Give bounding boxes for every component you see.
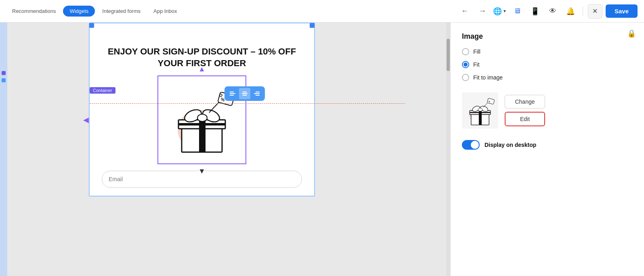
- right-panel: 🔒 Image Fill Fit Fit to image: [450, 23, 644, 276]
- align-left-button[interactable]: [227, 88, 238, 99]
- svg-rect-12: [230, 92, 234, 92]
- svg-rect-14: [230, 95, 234, 96]
- svg-rect-18: [256, 92, 260, 92]
- redo-button[interactable]: →: [475, 4, 490, 19]
- top-toolbar: Recommendations Widgets Integrated forms…: [0, 0, 644, 23]
- handle-top-left[interactable]: [89, 23, 94, 28]
- desktop-view-button[interactable]: 🖥: [510, 4, 524, 19]
- left-accent-bar: [0, 23, 7, 276]
- radio-fit-label: Fit: [473, 61, 480, 68]
- svg-rect-25: [470, 112, 491, 113]
- radio-fit-to-image[interactable]: Fit to image: [462, 74, 633, 81]
- caret-down-icon: ▼: [503, 9, 507, 13]
- svg-point-28: [478, 108, 482, 111]
- scrollbar-thumb[interactable]: [447, 39, 450, 71]
- action-buttons: Change Edit: [505, 95, 545, 126]
- svg-rect-19: [254, 93, 260, 94]
- globe-icon: 🌐: [493, 7, 502, 16]
- edit-button[interactable]: Edit: [505, 112, 545, 126]
- radio-fit-to-image-circle[interactable]: [462, 74, 469, 81]
- toggle-knob: [471, 141, 479, 149]
- radio-fit[interactable]: Fit: [462, 61, 633, 68]
- arrow-up-handle[interactable]: ▲: [198, 65, 206, 73]
- save-button[interactable]: Save: [606, 4, 638, 18]
- svg-rect-17: [243, 95, 247, 96]
- svg-rect-13: [230, 93, 235, 94]
- arrow-left-handle[interactable]: ◀: [83, 115, 89, 124]
- close-button[interactable]: ✕: [588, 4, 602, 19]
- notifications-button[interactable]: 🔔: [563, 4, 578, 19]
- container-label: Container: [90, 87, 115, 94]
- radio-fit-to-image-label: Fit to image: [473, 74, 503, 81]
- image-sizing-radio-group: Fill Fit Fit to image: [462, 48, 633, 81]
- svg-rect-4: [178, 123, 225, 125]
- main-area: Container ENJOY OUR SIGN-UP DISCOUNT – 1…: [0, 23, 644, 276]
- svg-rect-20: [256, 95, 260, 96]
- widget-container[interactable]: ENJOY OUR SIGN-UP DISCOUNT – 10% OFF YOU…: [89, 23, 315, 197]
- change-button[interactable]: Change: [505, 95, 545, 109]
- toolbar-actions: ← → 🌐 ▼ 🖥 📱 👁 🔔 ✕ Save: [457, 4, 638, 19]
- tab-bar: Recommendations Widgets Integrated forms…: [6, 6, 183, 17]
- widget-content: ENJOY OUR SIGN-UP DISCOUNT – 10% OFF YOU…: [90, 23, 314, 196]
- preview-button[interactable]: 👁: [545, 4, 560, 19]
- panel-title: Image: [462, 32, 633, 41]
- svg-rect-30: [487, 98, 494, 104]
- display-desktop-toggle[interactable]: [462, 140, 480, 150]
- svg-point-11: [219, 94, 222, 97]
- display-desktop-label: Display on desktop: [485, 142, 536, 148]
- image-actions: % Change Edit: [462, 92, 633, 129]
- svg-point-7: [197, 114, 207, 121]
- display-desktop-toggle-row: Display on desktop: [462, 140, 633, 150]
- language-button[interactable]: 🌐 ▼: [493, 7, 507, 16]
- image-wrapper: ▲ ◀: [98, 75, 306, 164]
- lock-icon: 🔒: [627, 29, 636, 38]
- tab-recommendations[interactable]: Recommendations: [6, 6, 61, 17]
- handle-top-right[interactable]: [310, 23, 315, 28]
- svg-rect-16: [242, 93, 248, 94]
- tab-integrated-forms[interactable]: Integrated forms: [96, 6, 146, 17]
- left-dot-2: [2, 78, 6, 82]
- align-right-button[interactable]: [251, 88, 262, 99]
- radio-fill-label: Fill: [473, 48, 480, 55]
- radio-fill-circle[interactable]: [462, 48, 469, 55]
- undo-button[interactable]: ←: [457, 4, 472, 19]
- canvas-area: Container ENJOY OUR SIGN-UP DISCOUNT – 1…: [0, 23, 450, 276]
- arrow-down-handle[interactable]: ▼: [198, 167, 206, 176]
- radio-fill[interactable]: Fill: [462, 48, 633, 55]
- align-toolbar: [224, 86, 265, 101]
- tab-app-inbox[interactable]: App Inbox: [148, 6, 183, 17]
- align-center-button[interactable]: [239, 88, 250, 99]
- radio-fit-circle[interactable]: [462, 61, 469, 68]
- preview-gift-svg: %: [464, 94, 496, 127]
- tab-widgets[interactable]: Widgets: [63, 6, 95, 17]
- svg-rect-15: [243, 92, 247, 92]
- divider: [583, 6, 583, 16]
- left-dot-1: [2, 71, 6, 75]
- scrollbar-track[interactable]: [446, 23, 450, 276]
- mobile-view-button[interactable]: 📱: [528, 4, 542, 19]
- image-preview-thumbnail: %: [462, 92, 498, 129]
